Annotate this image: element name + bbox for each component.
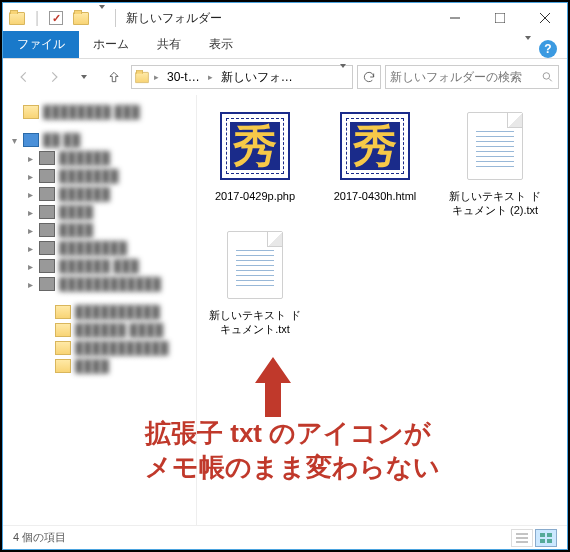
navigation-pane: ████████ ███▾██ ██▸██████▸███████▸██████… xyxy=(3,95,197,525)
file-item[interactable]: 新しいテキスト ドキュメント (2).txt xyxy=(445,107,545,218)
tree-item[interactable]: ▸███████ xyxy=(7,167,192,185)
up-button[interactable] xyxy=(101,64,127,90)
tree-item xyxy=(7,293,192,303)
address-folder-icon xyxy=(135,71,149,82)
window-controls xyxy=(432,4,567,33)
tree-item[interactable]: ██████ ████ xyxy=(7,321,192,339)
tree-item[interactable]: ▾██ ██ xyxy=(7,131,192,149)
svg-rect-9 xyxy=(540,533,545,537)
tree-expander-icon[interactable]: ▸ xyxy=(25,153,35,164)
tree-expander-icon[interactable]: ▸ xyxy=(25,225,35,236)
file-list-pane[interactable]: 秀2017-0429p.php秀2017-0430h.html新しいテキスト ド… xyxy=(197,95,567,525)
tree-item-label: ██████ ███ xyxy=(59,259,139,273)
text-document-icon xyxy=(227,231,283,299)
file-label: 新しいテキスト ドキュメント.txt xyxy=(205,308,305,337)
recent-dropdown[interactable] xyxy=(71,64,97,90)
file-item[interactable]: 秀2017-0430h.html xyxy=(325,107,425,218)
tree-expander-icon[interactable]: ▾ xyxy=(9,135,19,146)
qat-divider xyxy=(115,9,116,27)
tree-item-label: ██████ xyxy=(59,187,110,201)
qat-dropdown[interactable] xyxy=(99,9,105,27)
minimize-button[interactable] xyxy=(432,4,477,33)
close-button[interactable] xyxy=(522,4,567,33)
file-item[interactable]: 新しいテキスト ドキュメント.txt xyxy=(205,226,305,337)
icons-view-icon[interactable] xyxy=(535,529,557,547)
tree-item-icon xyxy=(23,133,39,147)
chevron-right-icon[interactable]: ▸ xyxy=(152,72,161,82)
tree-item-icon xyxy=(23,105,39,119)
tree-item[interactable]: ▸██████ xyxy=(7,185,192,203)
file-label: 新しいテキスト ドキュメント (2).txt xyxy=(445,189,545,218)
tree-item-label: ██████ xyxy=(59,151,110,165)
tree-item-icon xyxy=(39,187,55,201)
tree-item-label: ████ xyxy=(59,223,93,237)
search-input[interactable] xyxy=(390,70,541,84)
svg-rect-1 xyxy=(495,13,505,23)
svg-rect-10 xyxy=(547,533,552,537)
hidemaru-app-icon: 秀 xyxy=(220,112,290,180)
tab-file[interactable]: ファイル xyxy=(3,31,79,58)
tree-item[interactable]: ▸████ xyxy=(7,203,192,221)
address-dropdown[interactable] xyxy=(336,68,350,86)
details-view-icon[interactable] xyxy=(511,529,533,547)
file-label: 2017-0429p.php xyxy=(215,189,295,203)
tab-view[interactable]: 表示 xyxy=(195,31,247,58)
content-area: ████████ ███▾██ ██▸██████▸███████▸██████… xyxy=(3,95,567,525)
tree-expander-icon[interactable]: ▸ xyxy=(25,261,35,272)
forward-button[interactable] xyxy=(41,64,67,90)
tree-item-icon xyxy=(55,341,71,355)
window-title: 新しいフォルダー xyxy=(126,10,222,27)
qat-separator: | xyxy=(35,9,39,27)
quick-access-toolbar: | ✓ xyxy=(9,9,116,27)
status-bar: 4 個の項目 xyxy=(3,525,567,549)
refresh-button[interactable] xyxy=(357,65,381,89)
tree-item[interactable]: ▸████████ xyxy=(7,239,192,257)
help-icon[interactable]: ? xyxy=(539,40,557,58)
tree-item[interactable]: ▸██████ ███ xyxy=(7,257,192,275)
tab-home[interactable]: ホーム xyxy=(79,31,143,58)
tab-share[interactable]: 共有 xyxy=(143,31,195,58)
item-count: 4 個の項目 xyxy=(13,530,66,545)
tree-expander-icon[interactable]: ▸ xyxy=(25,207,35,218)
ribbon-tabs: ファイル ホーム 共有 表示 ? xyxy=(3,33,567,59)
search-box[interactable] xyxy=(385,65,559,89)
tree-item-label: ████ xyxy=(75,359,109,373)
svg-point-4 xyxy=(543,73,549,79)
chevron-right-icon[interactable]: ▸ xyxy=(206,72,215,82)
search-icon xyxy=(541,70,554,84)
tree-item-label: ██████ ████ xyxy=(75,323,163,337)
file-item[interactable]: 秀2017-0429p.php xyxy=(205,107,305,218)
tree-item[interactable]: ███████████ xyxy=(7,339,192,357)
new-folder-icon[interactable] xyxy=(73,12,89,25)
svg-rect-12 xyxy=(547,539,552,543)
tree-item-icon xyxy=(39,169,55,183)
ribbon-expand-icon[interactable] xyxy=(525,40,531,58)
tree-item-label: ████████ ███ xyxy=(43,105,140,119)
tree-item[interactable]: ████████ ███ xyxy=(7,103,192,121)
tree-expander-icon[interactable]: ▸ xyxy=(25,189,35,200)
tree-item[interactable]: ████ xyxy=(7,357,192,375)
tree-item[interactable]: ▸██████ xyxy=(7,149,192,167)
tree-item-icon xyxy=(55,305,71,319)
tree-item[interactable]: ██████████ xyxy=(7,303,192,321)
tree-item-icon xyxy=(39,277,55,291)
view-mode-switcher xyxy=(511,529,557,547)
svg-rect-11 xyxy=(540,539,545,543)
back-button[interactable] xyxy=(11,64,37,90)
tree-expander-icon[interactable]: ▸ xyxy=(25,243,35,254)
tree-expander-icon[interactable]: ▸ xyxy=(25,279,35,290)
svg-line-5 xyxy=(549,79,552,82)
properties-icon[interactable]: ✓ xyxy=(49,11,63,25)
address-box[interactable]: ▸ 30-t… ▸ 新しいフォ… xyxy=(131,65,353,89)
tree-expander-icon[interactable]: ▸ xyxy=(25,171,35,182)
tree-item-icon xyxy=(39,205,55,219)
maximize-button[interactable] xyxy=(477,4,522,33)
tree-item[interactable]: ▸████████████ xyxy=(7,275,192,293)
tree-item[interactable]: ▸████ xyxy=(7,221,192,239)
explorer-window: | ✓ 新しいフォルダー ファイル ホーム 共有 表示 ? ▸ 30-t xyxy=(2,2,568,550)
app-icon xyxy=(9,12,25,25)
breadcrumb-1[interactable]: 30-t… xyxy=(163,68,204,86)
hidemaru-app-icon: 秀 xyxy=(340,112,410,180)
file-grid: 秀2017-0429p.php秀2017-0430h.html新しいテキスト ド… xyxy=(205,107,559,336)
breadcrumb-2[interactable]: 新しいフォ… xyxy=(217,67,297,88)
